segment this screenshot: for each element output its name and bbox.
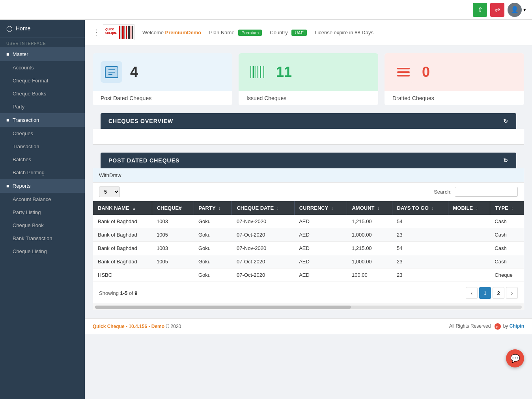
cell-amount: 1,000.00 — [347, 228, 392, 242]
col-mobile[interactable]: MOBILE ↕ — [448, 201, 490, 215]
search-input[interactable] — [455, 187, 518, 197]
svg-rect-17 — [397, 71, 410, 73]
cell-type: Cash — [490, 215, 524, 228]
logo-area: ⋮ QUICK CHEQUE — [93, 24, 134, 40]
sidebar-item-account-balance[interactable]: Account Balance — [0, 193, 85, 206]
page-2-button[interactable]: 2 — [493, 287, 504, 299]
menu-dots[interactable]: ⋮ — [93, 28, 100, 37]
stat-card-post-dated: 4 Post Dated Cheques — [93, 53, 232, 105]
sidebar-group-reports-label: Reports — [13, 183, 31, 189]
table-controls: 5 10 25 Search: — [93, 183, 524, 201]
cell-amount: 100.00 — [347, 268, 392, 282]
col-cheque-num[interactable]: CHEQUE# — [152, 201, 194, 215]
pagination-buttons: ‹ 1 2 › — [466, 287, 518, 299]
cell-bank: HSBC — [93, 268, 152, 282]
cell-date: 07-Nov-2020 — [232, 215, 294, 228]
table-row: Bank of Baghdad 1005 Goku 07-Oct-2020 AE… — [93, 255, 524, 268]
cell-cheque: 1005 — [152, 255, 194, 268]
col-days-to-go[interactable]: DAYS TO GO ↕ — [392, 201, 448, 215]
cell-amount: 1,000.00 — [347, 255, 392, 268]
sidebar-group-transaction[interactable]: ■ Transaction — [0, 113, 85, 127]
cell-currency: AED — [294, 242, 347, 255]
next-page-button[interactable]: › — [506, 287, 518, 299]
footer-brand: Quick Cheque - 10.4.156 - Demo — [93, 324, 164, 329]
post-dated-number: 4 — [130, 64, 138, 80]
svg-rect-8 — [128, 26, 130, 39]
share-button[interactable]: ⇄ — [490, 3, 504, 17]
sidebar-item-party-listing[interactable]: Party Listing — [0, 206, 85, 219]
cell-date: 07-Nov-2020 — [232, 242, 294, 255]
issued-number: 11 — [276, 64, 292, 80]
sidebar-item-party[interactable]: Party — [0, 100, 85, 113]
welcome-name: PremiumDemo — [165, 30, 202, 35]
sidebar-group-reports[interactable]: ■ Reports — [0, 179, 85, 193]
col-amount[interactable]: AMOUNT ↕ — [347, 201, 392, 215]
footer-left: Quick Cheque - 10.4.156 - Demo © 2020 — [93, 324, 181, 329]
country-info: Country UAE — [270, 30, 307, 35]
stat-card-issued: 11 Issued Cheques — [239, 53, 378, 105]
cell-type: Cash — [490, 228, 524, 242]
sidebar-group-transaction-label: Transaction — [13, 117, 39, 123]
cell-party: Goku — [194, 255, 232, 268]
col-cheque-date[interactable]: CHEQUE DATE ↕ — [232, 201, 294, 215]
refresh-pdc-icon[interactable]: ↻ — [503, 157, 508, 164]
dropdown-arrow: ▾ — [523, 7, 526, 13]
country-badge: UAE — [291, 30, 307, 36]
footer-chipin: Chipin — [510, 323, 524, 329]
sidebar-item-cheque-book[interactable]: Cheque Book — [0, 219, 85, 232]
col-type[interactable]: TYPE ↕ — [490, 201, 524, 215]
sidebar-group-master[interactable]: ■ Master — [0, 47, 85, 61]
horizontal-scrollbar[interactable] — [93, 304, 524, 310]
cell-party: Goku — [194, 268, 232, 282]
svg-rect-4 — [121, 26, 121, 39]
col-bank-name[interactable]: BANK NAME ▲ — [93, 201, 152, 215]
chipin-logo-icon: C — [495, 323, 501, 330]
table-scroll[interactable]: BANK NAME ▲ CHEQUE# PARTY ↕ CHEQUE DATE … — [93, 201, 524, 282]
cell-cheque: 1003 — [152, 242, 194, 255]
sidebar-item-batches[interactable]: Batches — [0, 153, 85, 166]
cell-amount: 1,215.00 — [347, 215, 392, 228]
cell-party: Goku — [194, 228, 232, 242]
plan-info: Plan Name Premium — [209, 30, 262, 35]
cell-bank: Bank of Baghdad — [93, 215, 152, 228]
page-size-select[interactable]: 5 10 25 — [99, 186, 120, 197]
pdc-section: POST DATED CHEQUES ↻ WithDraw 5 10 25 Se… — [93, 153, 524, 310]
sidebar-item-bank-transaction[interactable]: Bank Transaction — [0, 232, 85, 245]
home-label: Home — [16, 25, 30, 32]
welcome-text: Welcome PremiumDemo — [142, 30, 201, 35]
sidebar-item-batch-printing[interactable]: Batch Printing — [0, 166, 85, 179]
refresh-overview-icon[interactable]: ↻ — [503, 118, 508, 124]
cell-date: 07-Oct-2020 — [232, 228, 294, 242]
sidebar-home[interactable]: ◯ Home — [0, 20, 85, 37]
sidebar: ◯ Home USER INTERFACE ■ Master Accounts … — [0, 20, 85, 399]
cheques-overview-body — [93, 129, 524, 145]
pdc-body: WithDraw 5 10 25 Search: — [93, 168, 524, 310]
page-1-button[interactable]: 1 — [479, 287, 491, 299]
sidebar-item-cheques[interactable]: Cheques — [0, 127, 85, 140]
cell-party: Goku — [194, 215, 232, 228]
cell-cheque: 1005 — [152, 228, 194, 242]
prev-page-button[interactable]: ‹ — [466, 287, 478, 299]
cell-days: 54 — [392, 215, 448, 228]
sidebar-item-cheque-books[interactable]: Cheque Books — [0, 87, 85, 100]
sidebar-item-transaction[interactable]: Transaction — [0, 140, 85, 153]
sidebar-item-accounts[interactable]: Accounts — [0, 61, 85, 74]
cell-days: 54 — [392, 242, 448, 255]
svg-text:QUICK: QUICK — [105, 28, 114, 31]
stat-card-drafted: 0 Drafted Cheques — [385, 53, 524, 105]
cell-days: 23 — [392, 268, 448, 282]
cell-days: 23 — [392, 255, 448, 268]
cell-currency: AED — [294, 228, 347, 242]
plan-badge: Premium — [238, 30, 262, 36]
topbar: ⇧ ⇄ 👤 ▾ — [0, 0, 532, 20]
export-icon: ⇧ — [478, 6, 483, 13]
col-party[interactable]: PARTY ↕ — [194, 201, 232, 215]
cheques-overview-header: CHEQUES OVERVIEW ↻ — [101, 113, 516, 129]
col-currency[interactable]: CURRENCY ↕ — [294, 201, 347, 215]
export-button[interactable]: ⇧ — [473, 3, 487, 17]
footer: Quick Cheque - 10.4.156 - Demo © 2020 Al… — [85, 318, 532, 334]
sidebar-item-cheque-listing[interactable]: Cheque Listing — [0, 245, 85, 258]
chat-bubble-button[interactable]: 💬 — [506, 349, 524, 367]
user-menu[interactable]: 👤 ▾ — [508, 3, 526, 17]
sidebar-item-cheque-format[interactable]: Cheque Format — [0, 74, 85, 87]
